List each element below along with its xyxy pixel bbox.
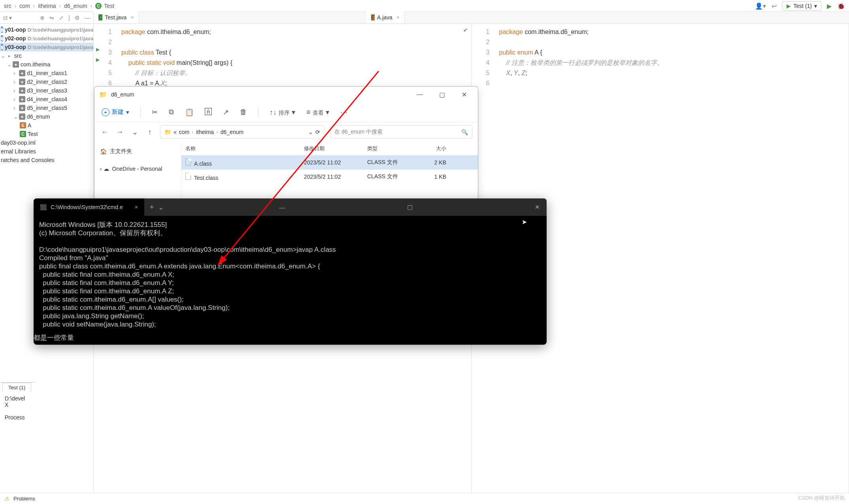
analysis-ok-icon[interactable]: ✔: [463, 27, 468, 33]
bc-item[interactable]: Test: [104, 3, 114, 9]
file-list: 名称 修改日期 类型 大小 A.class2023/5/2 11:02CLASS…: [181, 142, 478, 200]
close-button[interactable]: ✕: [455, 91, 473, 98]
tree-row[interactable]: ratches and Consoles: [0, 156, 93, 164]
terminal-window[interactable]: ⬛ C:\Windows\System32\cmd.e × + ⌄ — ▢ ✕ …: [34, 198, 547, 345]
share-icon[interactable]: ↗: [223, 108, 229, 117]
file-explorer-window[interactable]: 📁 d6_enum — ▢ ✕ +新建▾ ✂ ⧉ 📋 🄰 ↗ 🗑 ↑↓ 排序 ▾…: [94, 86, 478, 201]
chevron-down-icon[interactable]: ⌄: [308, 129, 313, 135]
run-output: Process: [5, 414, 31, 421]
debug-button[interactable]: 🐞: [837, 2, 845, 10]
maximize-button[interactable]: ▢: [401, 204, 419, 211]
tab-a-java[interactable]: E A.java ×: [366, 11, 405, 23]
tree-row[interactable]: EA: [0, 121, 93, 130]
maximize-button[interactable]: ▢: [433, 91, 451, 98]
back-icon[interactable]: ←: [100, 128, 109, 136]
user-icon[interactable]: 👤▾: [755, 2, 766, 10]
term-tab[interactable]: ⬛ C:\Windows\System32\cmd.e ×: [34, 198, 144, 216]
minimize-button[interactable]: —: [273, 204, 291, 211]
sort-button[interactable]: ↑↓ 排序 ▾: [270, 108, 295, 117]
run-tab[interactable]: Test (1): [2, 383, 31, 392]
run-output: X: [5, 402, 31, 408]
run-config-dropdown[interactable]: ▶ Test (1) ▾: [782, 1, 821, 11]
bc-item[interactable]: d6_enum: [64, 3, 87, 9]
cmd-icon: ⬛: [40, 204, 47, 210]
class-icon: C: [98, 14, 102, 21]
tree-row[interactable]: ›●d3_inner_class3: [0, 86, 93, 95]
tree-row[interactable]: day03-oop.iml: [0, 138, 93, 147]
run-gutter-icon[interactable]: ▶: [96, 57, 100, 62]
delete-icon[interactable]: 🗑: [240, 108, 247, 116]
tree-row[interactable]: ⌄●d6_enum: [0, 112, 93, 121]
tree-row[interactable]: ›●d4_inner_class4: [0, 95, 93, 104]
col-type[interactable]: 类型: [363, 145, 419, 152]
close-icon[interactable]: ×: [130, 14, 134, 21]
expand-icon[interactable]: ⤢: [59, 15, 64, 21]
problems-label[interactable]: Problems: [13, 496, 35, 502]
fe-titlebar[interactable]: 📁 d6_enum — ▢ ✕: [94, 87, 478, 102]
watermark: CSDN @睡觉待开机: [798, 495, 845, 502]
path-seg[interactable]: itheima: [196, 129, 214, 135]
divider: |: [68, 15, 70, 21]
more-icon[interactable]: ⋯: [340, 108, 347, 117]
tree-row[interactable]: ▮y03-oopD:\code\huangpuipro1\java: [0, 43, 93, 51]
project-tree[interactable]: ▮y01-oopD:\code\huangpuipro1\java▮y02-oo…: [0, 24, 93, 166]
fe-toolbar: +新建▾ ✂ ⧉ 📋 🄰 ↗ 🗑 ↑↓ 排序 ▾ ≡ 查看 ▾ ⋯: [94, 102, 478, 122]
list-header[interactable]: 名称 修改日期 类型 大小: [181, 142, 478, 155]
bc-item[interactable]: com: [19, 3, 30, 9]
new-tab-button[interactable]: +: [150, 203, 154, 211]
bc-item[interactable]: itheima: [38, 3, 56, 9]
terminal-output[interactable]: Microsoft Windows [版本 10.0.22621.1555] (…: [34, 216, 547, 333]
tree-row[interactable]: CTest: [0, 130, 93, 138]
chevron-down-icon[interactable]: ⌄: [130, 128, 140, 136]
col-size[interactable]: 大小: [419, 145, 450, 152]
tree-row[interactable]: ⌄▸src: [0, 51, 93, 60]
bc-item[interactable]: src: [4, 3, 11, 9]
tree-row[interactable]: ›●d2_inner_class2: [0, 77, 93, 86]
chevron-down-icon[interactable]: ⌄: [158, 203, 164, 211]
file-row[interactable]: Test.class2023/5/2 11:02CLASS 文件1 KB: [181, 170, 478, 184]
fe-sidebar[interactable]: 🏠 主文件夹 › ☁ OneDrive - Personal: [94, 142, 181, 200]
term-titlebar[interactable]: ⬛ C:\Windows\System32\cmd.e × + ⌄ — ▢ ✕: [34, 198, 547, 216]
minimize-icon[interactable]: —: [85, 15, 90, 21]
rename-icon[interactable]: 🄰: [205, 108, 212, 116]
minimize-button[interactable]: —: [411, 91, 429, 98]
new-button[interactable]: +新建▾: [102, 108, 129, 116]
tree-row[interactable]: ›●d5_inner_class5: [0, 104, 93, 112]
collapse-icon[interactable]: ⇋: [49, 15, 54, 21]
run-gutter-icon[interactable]: ▶: [96, 47, 100, 52]
back-icon[interactable]: ↩: [772, 2, 777, 10]
tree-row[interactable]: ▮y01-oopD:\code\huangpuipro1\java: [0, 25, 93, 34]
up-icon[interactable]: ↑: [145, 128, 155, 136]
refresh-icon[interactable]: ⟳: [315, 129, 320, 135]
paste-icon[interactable]: 📋: [185, 108, 194, 117]
target-icon[interactable]: ⊕: [40, 15, 45, 21]
cut-icon[interactable]: ✂: [152, 108, 158, 117]
path-seg[interactable]: d6_enum: [221, 129, 243, 135]
tree-row[interactable]: ⌄●com.itheima: [0, 60, 93, 69]
forward-icon[interactable]: →: [115, 128, 125, 136]
tab-test-java[interactable]: C Test.java ×: [94, 11, 139, 23]
search-input[interactable]: 在 d6_enum 中搜索 🔍: [330, 125, 472, 139]
tab-label: A.java: [377, 14, 392, 21]
col-date[interactable]: 修改日期: [300, 145, 363, 152]
tree-row[interactable]: ›●d1_inner_class1: [0, 69, 93, 77]
view-button[interactable]: ≡ 查看 ▾: [306, 108, 329, 117]
run-button[interactable]: ▶: [827, 2, 832, 10]
run-panel: Test (1) D:\devel X Process: [0, 382, 36, 493]
close-icon[interactable]: ×: [396, 14, 400, 21]
sb-dropdown[interactable]: ct ▾: [3, 15, 12, 21]
home-item[interactable]: 🏠 主文件夹: [100, 146, 175, 157]
copy-icon[interactable]: ⧉: [169, 108, 174, 116]
tree-row[interactable]: ernal Libraries: [0, 147, 93, 156]
close-button[interactable]: ✕: [528, 204, 547, 211]
path-seg[interactable]: com: [179, 129, 189, 135]
onedrive-item[interactable]: › ☁ OneDrive - Personal: [100, 163, 175, 174]
tree-row[interactable]: ▮y02-oopD:\code\huangpuipro1\java: [0, 34, 93, 43]
annotation-text: 都是一些常量: [34, 333, 547, 342]
address-bar[interactable]: 📁« com› itheima› d6_enum ⌄ ⟳: [160, 125, 325, 139]
term-tab-title: C:\Windows\System32\cmd.e: [51, 204, 123, 210]
close-icon[interactable]: ×: [135, 204, 138, 210]
file-row[interactable]: A.class2023/5/2 11:02CLASS 文件2 KB: [181, 155, 478, 170]
col-name[interactable]: 名称: [181, 145, 300, 152]
gear-icon[interactable]: ⚙: [75, 15, 80, 21]
